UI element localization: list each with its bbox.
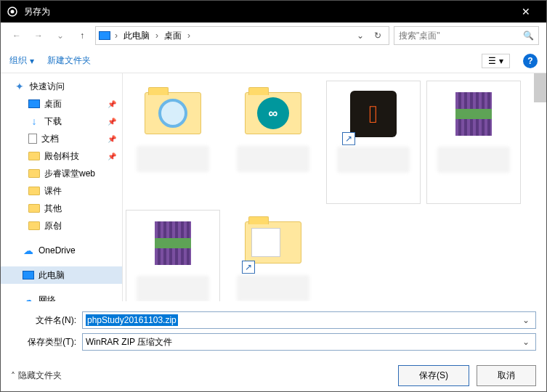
media-icon <box>158 99 187 128</box>
file-pane: ∞ 𖤐 ↗ ↗ <box>123 73 546 301</box>
up-button[interactable]: ↑ <box>73 27 91 44</box>
main-area: ✦ 快速访问 桌面 📌 ↓ 下载 📌 文档 📌 殿创科技 📌 步睿课堂web <box>1 73 546 301</box>
star-icon: ✦ <box>14 81 25 91</box>
network-icon: ☁ <box>23 295 34 301</box>
sidebar-onedrive[interactable]: ☁ OneDrive <box>1 242 122 259</box>
filename-dropdown[interactable]: ⌄ <box>519 315 532 325</box>
filename-label: 文件名(N): <box>11 314 76 327</box>
flame-icon: 𖤐 <box>369 100 378 128</box>
sidebar-item-folder[interactable]: 其他 <box>1 200 122 217</box>
folder-icon <box>28 221 40 230</box>
sidebar-item-folder[interactable]: 课件 <box>1 182 122 200</box>
sidebar: ✦ 快速访问 桌面 📌 ↓ 下载 📌 文档 📌 殿创科技 📌 步睿课堂web <box>1 73 123 301</box>
footer: ˄ 隐藏文件夹 保存(S) 取消 <box>1 358 546 392</box>
organize-menu[interactable]: 组织 ▾ <box>9 54 34 67</box>
crumb-desktop[interactable]: 桌面 <box>163 30 183 42</box>
help-button[interactable]: ? <box>523 54 538 68</box>
sidebar-item-documents[interactable]: 文档 📌 <box>1 130 122 147</box>
chrome-icon <box>7 6 18 17</box>
pin-icon: 📌 <box>108 118 116 126</box>
view-icon: ☰ <box>488 56 496 66</box>
recent-dropdown[interactable]: ⌄ <box>52 27 69 44</box>
item-label <box>437 147 510 173</box>
sidebar-network[interactable]: ☁ 网络 <box>1 291 122 301</box>
pc-icon <box>99 31 110 40</box>
shortcut-arrow-icon: ↗ <box>242 261 255 274</box>
download-icon: ↓ <box>28 116 40 126</box>
folder-icon <box>28 152 40 160</box>
folder-icon <box>28 187 40 195</box>
save-form: 文件名(N): phpStudy20161103.zip ⌄ 保存类型(T): … <box>1 301 546 358</box>
sidebar-this-pc[interactable]: 此电脑 <box>1 266 122 284</box>
archive-item[interactable] <box>126 210 220 301</box>
search-icon[interactable]: 🔍 <box>523 30 534 41</box>
refresh-button[interactable]: ↻ <box>370 28 386 44</box>
chevron-down-icon: ▾ <box>30 56 34 66</box>
search-field[interactable] <box>399 30 523 41</box>
chevron-right-icon: › <box>186 30 192 41</box>
folder-shortcut-item[interactable]: ↗ <box>226 210 320 301</box>
scrollbar[interactable] <box>534 73 546 102</box>
sidebar-item-folder[interactable]: 殿创科技 📌 <box>1 147 122 165</box>
titlebar: 另存为 ✕ <box>1 1 546 23</box>
item-label <box>337 147 410 173</box>
cancel-button[interactable]: 取消 <box>477 365 536 386</box>
filename-field[interactable]: phpStudy20161103.zip ⌄ <box>82 311 536 329</box>
back-button[interactable]: ← <box>8 27 25 44</box>
sidebar-item-folder[interactable]: 步睿课堂web <box>1 165 122 182</box>
chevron-up-icon: ˄ <box>11 371 15 381</box>
sidebar-item-desktop[interactable]: 桌面 📌 <box>1 95 122 113</box>
rar-icon <box>155 221 191 265</box>
folder-icon <box>28 204 40 213</box>
breadcrumb[interactable]: › 此电脑 › 桌面 › ⌄ ↻ <box>95 26 389 45</box>
window-title: 另存为 <box>24 6 511 18</box>
cloud-icon: ☁ <box>23 245 34 256</box>
shortcut-arrow-icon: ↗ <box>342 132 355 145</box>
chevron-right-icon: › <box>113 30 119 41</box>
item-label <box>137 276 209 301</box>
shortcut-item[interactable]: 𖤐 ↗ <box>326 81 421 204</box>
item-label <box>237 275 309 301</box>
new-folder-button[interactable]: 新建文件夹 <box>47 54 91 67</box>
filetype-value: WinRAR ZIP 压缩文件 <box>86 336 172 348</box>
svg-point-1 <box>11 10 15 14</box>
monitor-icon <box>23 271 34 279</box>
item-label <box>237 146 309 172</box>
filetype-dropdown[interactable]: ⌄ <box>519 337 532 347</box>
filename-input[interactable]: phpStudy20161103.zip <box>86 314 178 326</box>
folder-item[interactable] <box>126 81 220 204</box>
pin-icon: 📌 <box>108 152 116 160</box>
search-input[interactable]: 🔍 <box>394 26 539 45</box>
sidebar-quick-access[interactable]: ✦ 快速访问 <box>1 78 122 95</box>
save-button[interactable]: 保存(S) <box>398 365 469 386</box>
crumb-this-pc[interactable]: 此电脑 <box>122 30 151 42</box>
arduino-icon: ∞ <box>257 97 289 129</box>
sidebar-item-folder[interactable]: 原创 <box>1 217 122 234</box>
close-button[interactable]: ✕ <box>511 6 540 17</box>
item-label <box>137 146 209 172</box>
hide-folders-toggle[interactable]: ˄ 隐藏文件夹 <box>11 369 62 382</box>
sidebar-item-downloads[interactable]: ↓ 下载 📌 <box>1 113 122 130</box>
document-icon <box>28 134 37 144</box>
folder-icon <box>28 169 40 178</box>
folder-item[interactable]: ∞ <box>226 81 320 204</box>
chevron-right-icon: › <box>154 30 160 41</box>
filetype-field[interactable]: WinRAR ZIP 压缩文件 ⌄ <box>82 333 536 351</box>
toolbar: 组织 ▾ 新建文件夹 ☰ ▾ ? <box>1 49 546 73</box>
rar-icon <box>455 92 492 136</box>
forward-button[interactable]: → <box>30 27 47 44</box>
pin-icon: 📌 <box>108 135 116 143</box>
view-mode-button[interactable]: ☰ ▾ <box>482 54 510 68</box>
chevron-down-icon: ▾ <box>499 56 503 66</box>
monitor-icon <box>28 99 40 108</box>
pin-icon: 📌 <box>108 100 116 108</box>
filetype-label: 保存类型(T): <box>11 336 76 348</box>
archive-item[interactable] <box>426 81 521 204</box>
nav-row: ← → ⌄ ↑ › 此电脑 › 桌面 › ⌄ ↻ 🔍 <box>1 23 546 49</box>
crumb-history-button[interactable]: ⌄ <box>352 28 368 44</box>
